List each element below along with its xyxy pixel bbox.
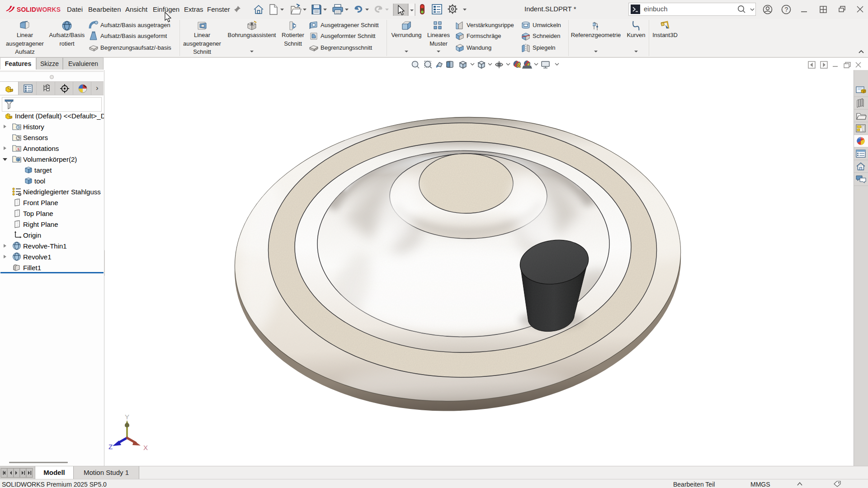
svg-text:Y: Y [125, 413, 129, 421]
svg-text:X: X [143, 444, 148, 451]
svg-text:?: ? [785, 6, 788, 13]
svg-text:Z: Z [108, 443, 113, 450]
svg-text:SOLIDWORKS: SOLIDWORKS [17, 6, 61, 13]
svg-text:A: A [17, 147, 20, 151]
